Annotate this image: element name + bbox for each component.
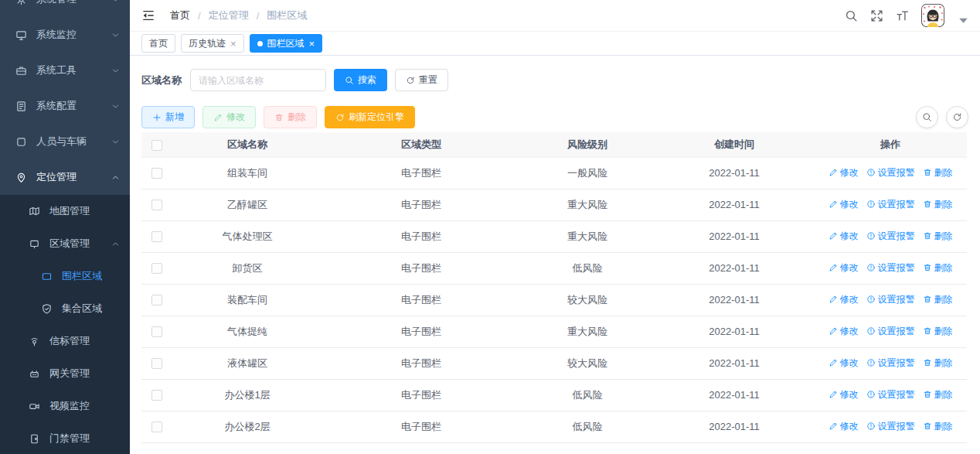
row-edit-link[interactable]: 修改 [829,198,859,211]
row-checkbox[interactable] [151,263,162,274]
column-header-risk-level: 风险级别 [520,132,655,157]
cell-risk-level: 较大风险 [520,284,655,316]
sidebar-item-fence-area[interactable]: 围栏区域 [0,260,130,292]
user-avatar[interactable] [921,4,944,27]
add-button[interactable]: 新增 [141,106,195,128]
row-set-alarm-link[interactable]: 设置报警 [866,261,915,275]
sidebar-item-system-monitor[interactable]: 系统监控 [0,17,130,53]
refresh-table-button[interactable] [946,106,968,128]
row-edit-link[interactable]: 修改 [829,230,859,243]
search-button[interactable]: 搜索 [334,69,387,91]
row-set-alarm-link[interactable]: 设置报警 [866,293,915,306]
row-checkbox[interactable] [151,295,162,306]
close-tab-icon[interactable]: × [309,39,315,49]
edit-button[interactable]: 修改 [202,106,256,128]
edit-icon [829,295,838,304]
row-edit-link[interactable]: 修改 [829,293,859,306]
row-set-alarm-link[interactable]: 设置报警 [866,388,915,401]
breadcrumb-item-location: 定位管理 [209,9,249,22]
font-size-icon[interactable] [896,9,909,22]
close-tab-icon[interactable]: × [230,39,236,49]
sidebar-item-map-management[interactable]: 地图管理 [0,195,130,227]
tab-history-track[interactable]: 历史轨迹× [181,34,244,53]
row-checkbox[interactable] [151,326,162,337]
row-checkbox[interactable] [151,231,162,242]
edit-icon [829,231,838,241]
row-checkbox[interactable] [151,358,162,369]
table-row: 气体提纯电子围栏重大风险2022-01-11修改设置报警删除 [141,316,967,347]
trash-icon [923,295,932,304]
toggle-search-button[interactable] [916,106,938,128]
tab-fence-area[interactable]: 围栏区域× [250,34,323,53]
row-set-alarm-link[interactable]: 设置报警 [866,325,915,338]
row-set-alarm-link[interactable]: 设置报警 [866,198,915,211]
fullscreen-icon[interactable] [870,9,883,22]
row-set-alarm-link[interactable]: 设置报警 [866,166,915,179]
sidebar: 系统管理系统监控系统工具系统配置人员与车辆定位管理地图管理区域管理围栏区域集合区… [0,0,130,454]
row-delete-link[interactable]: 删除 [923,325,953,338]
row-delete-link[interactable]: 删除 [923,198,953,211]
sidebar-item-location-management[interactable]: 定位管理 [0,159,130,195]
table-row: 办公楼2层电子围栏低风险2022-01-11修改设置报警删除 [141,411,967,442]
cell-created-time: 2022-01-11 [655,379,814,411]
row-checkbox[interactable] [151,168,162,179]
tab-bar: 首页历史轨迹×围栏区域× [130,32,980,56]
cell-created-time: 2022-01-11 [655,220,814,252]
breadcrumb-item-home[interactable]: 首页 [170,9,190,22]
delete-button[interactable]: 删除 [264,106,317,128]
sidebar-fold-icon[interactable] [141,9,155,22]
sidebar-item-gather-area[interactable]: 集合区域 [0,292,130,325]
trash-icon [923,231,932,241]
row-edit-link[interactable]: 修改 [829,420,859,433]
row-delete-link[interactable]: 删除 [923,388,953,401]
area-name-input[interactable] [190,69,326,91]
sidebar-item-video-surveillance[interactable]: 视频监控 [0,390,130,422]
sidebar-item-system-config[interactable]: 系统配置 [0,88,130,124]
row-set-alarm-link[interactable]: 设置报警 [866,357,915,370]
sidebar-item-personnel-vehicles[interactable]: 人员与车辆 [0,124,130,159]
sidebar-item-system-tools[interactable]: 系统工具 [0,53,130,88]
row-edit-link[interactable]: 修改 [829,388,859,401]
cell-risk-level: 重大风险 [520,220,655,252]
people-vehicle-icon [15,136,27,148]
row-delete-link[interactable]: 删除 [923,420,953,433]
cell-area-type: 电子围栏 [322,411,520,442]
refresh-engine-button[interactable]: 刷新定位引擎 [325,106,415,128]
row-edit-link[interactable]: 修改 [829,166,859,179]
row-delete-link[interactable]: 删除 [923,261,953,275]
alarm-icon [866,422,876,431]
tab-home[interactable]: 首页 [141,34,175,53]
row-edit-link[interactable]: 修改 [829,357,859,370]
row-set-alarm-link[interactable]: 设置报警 [866,420,915,433]
row-checkbox[interactable] [151,422,162,432]
edit-icon [829,390,838,399]
row-checkbox[interactable] [151,200,162,210]
row-delete-link[interactable]: 删除 [923,293,953,306]
row-set-alarm-link[interactable]: 设置报警 [866,230,915,243]
row-delete-link[interactable]: 删除 [923,357,953,370]
breadcrumb-item-fence: 围栏区域 [267,9,307,22]
search-icon[interactable] [845,9,858,22]
select-all-checkbox[interactable] [151,140,162,151]
trash-icon [923,200,932,209]
edit-icon [829,358,838,367]
cell-area-name: 卸货区 [172,252,322,284]
sidebar-item-system-management[interactable]: 系统管理 [0,0,130,17]
table-row: 液体罐区电子围栏较大风险2022-01-11修改设置报警删除 [141,347,967,379]
sidebar-item-area-management[interactable]: 区域管理 [0,227,130,260]
cell-risk-level: 一般风险 [520,157,655,189]
alarm-icon [866,390,876,399]
sidebar-item-access-control[interactable]: 门禁管理 [0,422,130,454]
row-delete-link[interactable]: 删除 [923,166,953,179]
reset-button[interactable]: 重置 [395,69,448,91]
column-header-created-time: 创建时间 [655,132,814,157]
table-row: 装配车间电子围栏较大风险2022-01-11修改设置报警删除 [141,284,967,316]
search-icon [345,76,354,85]
sidebar-item-gateway-management[interactable]: 网关管理 [0,357,130,390]
caret-down-icon[interactable] [957,14,970,27]
row-edit-link[interactable]: 修改 [829,261,859,275]
row-delete-link[interactable]: 删除 [923,230,953,243]
row-checkbox[interactable] [151,390,162,401]
row-edit-link[interactable]: 修改 [829,325,859,338]
sidebar-item-beacon-management[interactable]: 信标管理 [0,325,130,357]
